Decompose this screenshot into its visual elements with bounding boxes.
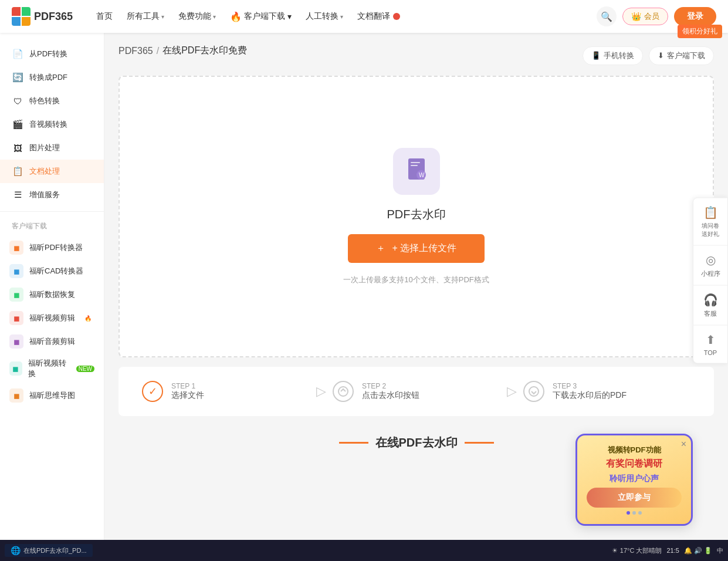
nav-download[interactable]: 🔥 客户端下载 ▾ xyxy=(224,8,297,26)
logo-text: PDF365 xyxy=(34,11,73,23)
sidebar-label-0: 从PDF转换 xyxy=(29,49,67,59)
app-icon-3: ◼ xyxy=(9,311,23,325)
app-icon-1: ◼ xyxy=(9,264,23,278)
upload-button[interactable]: ＋ + 选择上传文件 xyxy=(348,234,485,263)
sidebar-label-6: 增值服务 xyxy=(29,190,60,200)
nav-tools[interactable]: 所有工具 ▾ xyxy=(121,8,170,25)
sidebar-app-4[interactable]: ◼ 福昕音频剪辑 xyxy=(0,330,104,353)
chevron-down-icon: ▾ xyxy=(161,13,164,20)
sidebar-item-6[interactable]: ☰ 增值服务 xyxy=(0,183,104,207)
app-icon-0: ◼ xyxy=(9,241,23,255)
app-icon-6: ◼ xyxy=(9,388,23,403)
promo-main-title: 有奖问卷调研 xyxy=(587,458,682,470)
promo-popup: × 视频转PDF功能 有奖问卷调研 聆听用户心声 立即参与 xyxy=(575,434,693,526)
step-2-check xyxy=(333,381,354,402)
nav-free[interactable]: 免费功能 ▾ xyxy=(172,8,222,25)
sidebar-item-4[interactable]: 🖼 图片处理 xyxy=(0,136,104,160)
upload-area[interactable]: W PDF去水印 ＋ + 选择上传文件 一次上传最多支持10个文件、支持PDF格… xyxy=(118,76,714,357)
sidebar-icon-4: 🖼 xyxy=(12,142,23,154)
promo-dots xyxy=(587,511,682,515)
svg-text:W: W xyxy=(419,172,425,178)
sidebar-app-0[interactable]: ◼ 福昕PDF转换器 xyxy=(0,236,104,259)
chevron-down-icon: ▾ xyxy=(213,13,216,20)
promo-join-button[interactable]: 立即参与 xyxy=(587,488,682,508)
nav-home[interactable]: 首页 xyxy=(90,8,118,25)
mobile-icon: 📱 xyxy=(591,51,601,60)
sidebar-download-title: 客户端下载 xyxy=(0,217,104,236)
float-miniapp[interactable]: ◎ 小程序 xyxy=(693,246,727,286)
search-button[interactable]: 🔍 xyxy=(597,6,617,26)
step-1-desc: 选择文件 xyxy=(171,390,204,401)
mobile-convert-button[interactable]: 📱 手机转换 xyxy=(583,46,643,65)
promo-close-button[interactable]: × xyxy=(681,439,686,450)
logo[interactable]: PDF365 xyxy=(12,7,73,26)
miniapp-icon: ◎ xyxy=(706,253,716,267)
nav-manual[interactable]: 人工转换 ▾ xyxy=(300,8,349,25)
step-2-desc: 点击去水印按钮 xyxy=(362,390,419,401)
sidebar-icon-0: 📄 xyxy=(12,48,23,60)
app-label-0: 福昕PDF转换器 xyxy=(29,242,83,253)
sidebar-item-0[interactable]: 📄 从PDF转换 xyxy=(0,42,104,66)
app-icon-4: ◼ xyxy=(9,334,23,349)
step-2-label: STEP 2 xyxy=(362,382,419,390)
sidebar-label-2: 特色转换 xyxy=(29,96,60,106)
breadcrumb-home[interactable]: PDF365 xyxy=(118,46,153,56)
step-3-label: STEP 3 xyxy=(553,382,627,390)
breadcrumb-separator: / xyxy=(157,46,159,56)
header-right: 🔍 👑 会员 登录 xyxy=(597,6,716,26)
sidebar-app-5[interactable]: ◼ 福昕视频转换 NEW xyxy=(0,353,104,384)
step-1-check: ✓ xyxy=(142,381,163,402)
promo-sub: 聆听用户心声 xyxy=(587,474,682,484)
pdf-watermark-icon: W xyxy=(404,156,429,187)
login-button[interactable]: 登录 xyxy=(674,7,716,26)
client-download-button[interactable]: ⬇ 客户端下载 xyxy=(649,46,714,65)
promo-dot-3 xyxy=(638,511,642,515)
step-3-desc: 下载去水印后的PDF xyxy=(553,390,627,401)
chevron-down-icon: ▾ xyxy=(340,13,343,20)
app-label-2: 福昕数据恢复 xyxy=(29,289,75,300)
taskbar-right: ☀ 17°C 大部晴朗 21:5 🔔 🔊 🔋 中 xyxy=(612,546,723,555)
weather-icon: ☀ xyxy=(612,547,618,555)
sidebar-item-3[interactable]: 🎬 音视频转换 xyxy=(0,113,104,136)
chevron-down-icon: ▾ xyxy=(287,12,292,21)
sidebar-app-1[interactable]: ◼ 福昕CAD转换器 xyxy=(0,259,104,283)
svg-point-6 xyxy=(529,387,539,396)
logo-icon xyxy=(12,7,31,26)
app-label-1: 福昕CAD转换器 xyxy=(29,266,83,276)
crown-icon: 👑 xyxy=(631,12,641,21)
coupon-badge[interactable]: 领积分好礼 xyxy=(678,25,722,38)
nav-translate[interactable]: 文档翻译 xyxy=(351,8,406,25)
upload-title: PDF去水印 xyxy=(387,207,446,222)
sidebar-item-1[interactable]: 🔄 转换成PDF xyxy=(0,66,104,89)
float-service[interactable]: 🎧 客服 xyxy=(693,286,727,326)
step-2-info: STEP 2 点击去水印按钮 xyxy=(362,382,419,401)
float-top[interactable]: ⬆ TOP xyxy=(693,326,727,363)
sidebar-label-4: 图片处理 xyxy=(29,143,60,153)
sidebar-label-5: 文档处理 xyxy=(29,166,60,177)
svg-point-5 xyxy=(338,387,348,396)
section-line-right xyxy=(465,442,494,444)
app-label-4: 福昕音频剪辑 xyxy=(29,336,75,347)
sidebar-icon-2: 🛡 xyxy=(12,95,23,107)
step-1: ✓ STEP 1 选择文件 xyxy=(142,381,309,402)
member-button[interactable]: 👑 会员 xyxy=(622,8,668,25)
survey-icon: 📋 xyxy=(703,205,718,219)
top-icon: ⬆ xyxy=(706,333,716,347)
app-label-5: 福昕视频转换 xyxy=(28,358,69,379)
taskbar-app-item[interactable]: 🌐 在线PDF去水印_PD... xyxy=(5,544,93,557)
sidebar-item-2[interactable]: 🛡 特色转换 xyxy=(0,89,104,113)
float-survey[interactable]: 📋 填问卷 送好礼 xyxy=(693,198,727,246)
sidebar-app-3[interactable]: ◼ 福昕视频剪辑 🔥 xyxy=(0,306,104,330)
download-icon: ⬇ xyxy=(658,51,664,60)
taskbar: 🌐 在线PDF去水印_PD... ☀ 17°C 大部晴朗 21:5 🔔 🔊 🔋 … xyxy=(0,540,728,561)
sidebar-item-5[interactable]: 📋 文档处理 xyxy=(0,160,104,183)
header-nav: 首页 所有工具 ▾ 免费功能 ▾ 🔥 客户端下载 ▾ 人工转换 ▾ 文档翻译 xyxy=(90,8,597,26)
sidebar-app-2[interactable]: ◼ 福昕数据恢复 xyxy=(0,283,104,306)
sidebar-app-6[interactable]: ◼ 福昕思维导图 xyxy=(0,384,104,407)
step-3-check xyxy=(523,381,544,402)
promo-dot-1 xyxy=(627,511,630,515)
sidebar-icon-1: 🔄 xyxy=(12,72,23,83)
fire-icon: 🔥 xyxy=(230,11,242,22)
promo-video-title: 视频转PDF功能 xyxy=(587,445,682,455)
app-badge-new: NEW xyxy=(76,366,94,372)
